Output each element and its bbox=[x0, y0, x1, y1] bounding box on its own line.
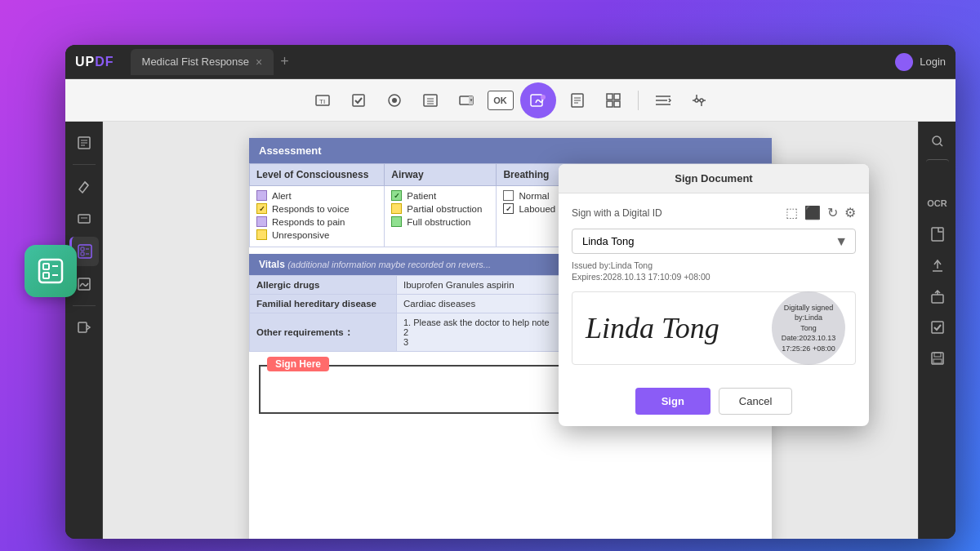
normal-label: Normal bbox=[519, 191, 549, 201]
unresponsive-checkbox[interactable] bbox=[256, 229, 267, 240]
svg-rect-50 bbox=[932, 295, 943, 303]
right-ocr-icon[interactable]: OCR bbox=[924, 190, 951, 216]
doc-text-btn[interactable] bbox=[563, 86, 592, 115]
sign-document-modal: Sign Document Sign with a Digital ID ⬚ ⬛… bbox=[559, 164, 869, 426]
full-obs-checkbox[interactable] bbox=[391, 216, 402, 227]
patient-item: Patient bbox=[391, 190, 489, 201]
assessment-title: Assessment bbox=[259, 144, 322, 157]
responds-voice-item: Responds to voice bbox=[256, 203, 377, 214]
list-btn[interactable] bbox=[416, 86, 445, 115]
grid-view-btn[interactable] bbox=[599, 86, 628, 115]
sidebar-annotate-icon[interactable] bbox=[69, 204, 99, 233]
sign-field-btn[interactable] bbox=[520, 82, 556, 118]
normal-checkbox[interactable] bbox=[503, 190, 514, 201]
sidebar-convert-icon[interactable] bbox=[69, 313, 99, 342]
issued-by-info: Issued by:Linda Tong bbox=[572, 260, 856, 270]
svg-text:TI: TI bbox=[319, 98, 325, 105]
title-bar: UPDF Medical Fist Response × + Login bbox=[65, 45, 956, 79]
allergic-label: Allergic drugs bbox=[250, 276, 397, 295]
right-save-icon[interactable] bbox=[924, 345, 951, 371]
right-share-icon[interactable] bbox=[924, 283, 951, 309]
modal-icon-row: ⬚ ⬛ ↻ ⚙ bbox=[786, 205, 856, 220]
svg-point-24 bbox=[695, 99, 698, 102]
responds-voice-label: Responds to voice bbox=[272, 204, 350, 214]
login-label[interactable]: Login bbox=[920, 56, 946, 68]
alert-item: Alert bbox=[256, 190, 377, 201]
assessment-header: Assessment bbox=[249, 138, 772, 163]
full-obs-label: Full obstruction bbox=[407, 217, 470, 227]
new-tab-btn[interactable]: + bbox=[280, 53, 289, 70]
digital-id-select[interactable]: Linda Tong bbox=[572, 229, 856, 254]
svg-line-35 bbox=[85, 182, 88, 185]
breathing-cell: Normal Laboued bbox=[497, 186, 568, 247]
modal-icon-settings[interactable]: ⚙ bbox=[844, 205, 856, 220]
right-divider bbox=[926, 159, 949, 185]
tools-btn[interactable] bbox=[684, 86, 714, 115]
sidebar-pages-icon[interactable] bbox=[69, 128, 99, 158]
right-file-icon[interactable] bbox=[924, 221, 951, 247]
svg-rect-39 bbox=[81, 247, 84, 251]
partial-obs-checkbox[interactable] bbox=[391, 203, 402, 214]
laboured-item: Laboued bbox=[503, 203, 560, 214]
user-avatar bbox=[895, 53, 913, 71]
modal-icon-expand[interactable]: ⬚ bbox=[786, 205, 798, 220]
svg-point-45 bbox=[933, 136, 941, 144]
responds-pain-item: Responds to pain bbox=[256, 216, 377, 227]
svg-rect-47 bbox=[932, 228, 943, 241]
modal-icon-refresh[interactable]: ↻ bbox=[827, 205, 838, 220]
app-window: UPDF Medical Fist Response × + Login TI bbox=[65, 45, 956, 539]
svg-rect-17 bbox=[607, 94, 612, 100]
alert-checkbox[interactable] bbox=[256, 190, 267, 201]
svg-rect-38 bbox=[78, 245, 91, 258]
cancel-button[interactable]: Cancel bbox=[719, 388, 792, 415]
tab-close-btn[interactable]: × bbox=[256, 56, 262, 69]
col-consciousness: Level of Consciousness bbox=[250, 164, 385, 186]
responds-voice-checkbox[interactable] bbox=[256, 203, 267, 214]
text-field-btn[interactable]: TI bbox=[308, 86, 337, 115]
content-area: Assessment Level of Consciousness Airway… bbox=[103, 122, 918, 539]
floating-form-icon bbox=[24, 245, 77, 297]
patient-checkbox[interactable] bbox=[391, 190, 402, 201]
expires-info: Expires:2028.10.13 17:10:09 +08:00 bbox=[572, 272, 856, 282]
svg-rect-44 bbox=[78, 322, 87, 332]
left-sidebar bbox=[65, 122, 103, 539]
unresponsive-item: Unresponsive bbox=[256, 229, 377, 240]
right-search-icon[interactable] bbox=[924, 128, 951, 154]
airway-cell: Patient Partial obstruction Full obstruc… bbox=[385, 186, 497, 247]
modal-title: Sign Document bbox=[559, 164, 869, 193]
checkbox-btn[interactable] bbox=[344, 86, 373, 115]
modal-icon-shrink[interactable]: ⬛ bbox=[804, 205, 821, 220]
document-tab[interactable]: Medical Fist Response × bbox=[131, 49, 274, 75]
svg-rect-19 bbox=[607, 101, 612, 107]
svg-point-25 bbox=[700, 99, 703, 102]
signature-preview: Linda Tong Digitally signed by:LindaTong… bbox=[572, 291, 856, 365]
responds-pain-label: Responds to pain bbox=[272, 217, 345, 227]
radio-btn[interactable] bbox=[380, 86, 409, 115]
right-check-icon[interactable] bbox=[924, 314, 951, 340]
ok-btn[interactable]: OK bbox=[488, 91, 514, 110]
col-airway: Airway bbox=[385, 164, 497, 186]
sidebar-divider-2 bbox=[73, 305, 96, 306]
sidebar-edit-icon[interactable] bbox=[69, 171, 99, 201]
sign-button[interactable]: Sign bbox=[635, 388, 710, 415]
svg-rect-57 bbox=[43, 273, 49, 278]
laboured-checkbox[interactable] bbox=[503, 203, 514, 214]
responds-pain-checkbox[interactable] bbox=[256, 216, 267, 227]
hereditary-label: Familial hereditary disease bbox=[250, 295, 397, 313]
normal-item: Normal bbox=[503, 190, 560, 201]
other-label: Other requirements： bbox=[250, 313, 397, 352]
vitals-title: Vitals bbox=[259, 259, 285, 270]
title-bar-right: Login bbox=[895, 53, 946, 71]
combo-btn[interactable] bbox=[452, 86, 481, 115]
align-btn[interactable] bbox=[648, 86, 678, 115]
right-upload-icon[interactable] bbox=[924, 252, 951, 278]
partial-obs-item: Partial obstruction bbox=[391, 203, 489, 214]
toolbar: TI bbox=[65, 79, 956, 122]
svg-rect-56 bbox=[43, 264, 49, 269]
consciousness-cell: Alert Responds to voice Responds to pain bbox=[250, 186, 385, 247]
digital-id-label: Sign with a Digital ID bbox=[572, 207, 662, 219]
svg-rect-18 bbox=[614, 94, 620, 100]
patient-label: Patient bbox=[407, 191, 436, 201]
svg-rect-20 bbox=[614, 101, 620, 107]
stamp-text: Digitally signed by:LindaTongDate:2023.1… bbox=[772, 303, 845, 354]
